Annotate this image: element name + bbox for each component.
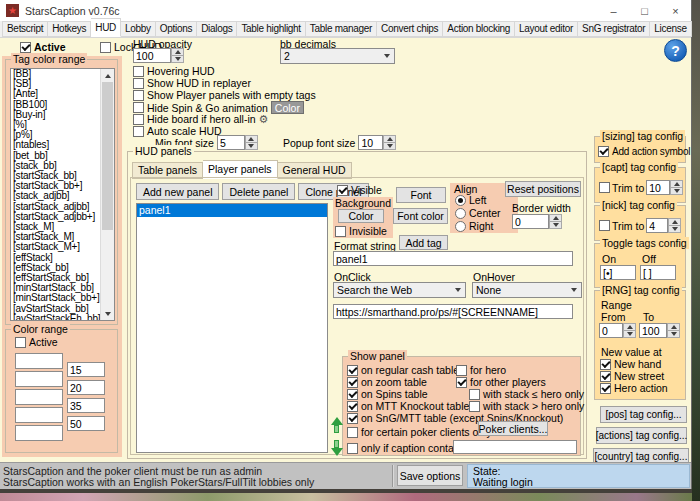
spin-down-button[interactable] (668, 226, 681, 233)
checkbox[interactable] (347, 401, 358, 412)
caption-contains-checkbox[interactable]: only if caption contains (347, 442, 467, 454)
checkbox[interactable] (347, 413, 358, 424)
threshold-input[interactable]: 15 (67, 362, 105, 377)
threshold-input[interactable]: 20 (67, 380, 105, 395)
capt-trim-input[interactable]: 10 (646, 180, 670, 195)
spin-down-button[interactable] (623, 331, 636, 338)
font-button[interactable]: Font (396, 187, 446, 203)
checkbox[interactable] (598, 146, 609, 157)
color-swatch[interactable] (15, 389, 63, 405)
toggle-off-input[interactable]: [ ] (640, 265, 676, 280)
show-hud-replayer-checkbox[interactable]: Show HUD in replayer (133, 77, 251, 89)
checkbox[interactable] (133, 102, 144, 113)
spin-up-button[interactable] (171, 48, 184, 56)
checkbox[interactable] (100, 42, 111, 53)
checkbox[interactable] (347, 427, 358, 438)
color-swatch[interactable] (15, 407, 63, 423)
main-tab[interactable]: Options (156, 21, 197, 37)
save-options-button[interactable]: Save options (397, 465, 463, 486)
rng-from-spinner[interactable] (623, 323, 636, 338)
main-tab[interactable]: Layout editor (515, 21, 578, 37)
reset-positions-button[interactable]: Reset positions (505, 181, 581, 197)
minimize-button[interactable]: – (598, 0, 629, 21)
scroll-up-button[interactable] (101, 69, 114, 82)
spin-up-button[interactable] (670, 180, 683, 188)
main-tab[interactable]: Dialogs (197, 21, 237, 37)
capt-trim-spinner[interactable] (670, 180, 683, 195)
spin-up-button[interactable] (668, 218, 681, 226)
spin-down-button[interactable] (383, 143, 396, 150)
move-panel-up-icon[interactable] (330, 417, 343, 433)
align-center-radio[interactable]: Center (455, 207, 501, 219)
for-hero-checkbox[interactable]: for hero (456, 364, 506, 376)
hud-opacity-spinner[interactable] (171, 48, 184, 63)
gear-icon[interactable]: ⚙ (259, 114, 269, 125)
capt-trim-checkbox[interactable]: Trim to 10 (599, 180, 683, 195)
show-mtt-knockout-checkbox[interactable]: on MTT Knockout table (347, 400, 469, 412)
checkbox[interactable] (600, 371, 611, 382)
checkbox[interactable] (347, 389, 358, 400)
hovering-hud-checkbox[interactable]: Hovering HUD (133, 65, 215, 77)
checkbox[interactable] (600, 383, 611, 394)
help-icon[interactable]: ? (664, 39, 687, 62)
checkbox[interactable] (456, 377, 467, 388)
main-tab[interactable]: Table highlight (237, 21, 305, 37)
poker-clients-button[interactable]: Poker clients... (478, 421, 548, 436)
new-street-checkbox[interactable]: New street (600, 370, 664, 382)
checkbox[interactable] (133, 90, 144, 101)
popup-font-size-spinner[interactable] (383, 135, 396, 150)
radio[interactable] (455, 221, 466, 232)
min-font-size-spinner[interactable] (245, 135, 258, 150)
new-hand-checkbox[interactable]: New hand (600, 358, 661, 370)
checkbox[interactable] (133, 78, 144, 89)
checkbox[interactable] (15, 337, 26, 348)
spin-down-button[interactable] (245, 143, 258, 150)
spin-down-button[interactable] (670, 188, 683, 195)
checkbox[interactable] (133, 126, 144, 137)
background-color-button[interactable]: Color (338, 209, 384, 223)
checkbox[interactable] (347, 443, 358, 454)
font-color-button[interactable]: Font color (393, 208, 448, 224)
show-regular-checkbox[interactable]: on regular cash table (347, 364, 459, 376)
spin-up-button[interactable] (549, 214, 562, 222)
checkbox[interactable] (133, 114, 144, 125)
popup-font-size-input[interactable]: 10 (358, 135, 383, 150)
border-width-spinner[interactable] (549, 214, 562, 229)
hide-board-checkbox[interactable]: Hide board if hero all-in ⚙ (133, 113, 268, 125)
onclick-select[interactable]: Search the Web (333, 282, 466, 298)
format-string-input[interactable]: panel1 (333, 251, 573, 266)
align-left-radio[interactable]: Left (455, 194, 487, 206)
add-action-symbol-checkbox[interactable]: Add action symbol (598, 146, 690, 157)
checkbox[interactable] (337, 185, 348, 196)
certain-clients-checkbox[interactable]: for certain poker clients only (347, 426, 492, 438)
onhover-select[interactable]: None (472, 282, 582, 298)
url-input[interactable]: https://smarthand.pro/ps/#[SCREENNAME] (333, 304, 573, 319)
for-other-players-checkbox[interactable]: for other players (456, 376, 546, 388)
min-font-size-input[interactable]: 5 (217, 135, 245, 150)
threshold-input[interactable]: 50 (67, 416, 105, 431)
bb-decimals-select[interactable]: 2 (280, 48, 395, 64)
active-checkbox[interactable]: Active (20, 41, 66, 53)
maximize-button[interactable]: □ (629, 0, 660, 21)
spin-down-button[interactable] (171, 56, 184, 63)
checkbox[interactable] (347, 377, 358, 388)
pos-tag-config-button[interactable]: [pos] tag config... (600, 406, 687, 423)
scrollbar[interactable] (100, 69, 114, 320)
spin-up-button[interactable] (667, 323, 680, 331)
show-zoom-checkbox[interactable]: on zoom table (347, 376, 427, 388)
nick-trim-checkbox[interactable]: Trim to 4 (599, 218, 681, 233)
add-tag-button[interactable]: Add tag (399, 235, 448, 250)
visible-checkbox[interactable]: Visible (337, 184, 382, 196)
actions-tag-config-button[interactable]: [actions] tag config... (596, 427, 687, 444)
scrollbar-thumb[interactable] (102, 82, 113, 230)
show-empty-tags-checkbox[interactable]: Show Player panels with empty tags (133, 89, 316, 101)
move-panel-down-icon[interactable] (330, 440, 343, 456)
main-tab[interactable]: Table manager (306, 21, 377, 37)
nick-trim-input[interactable]: 4 (646, 218, 668, 233)
radio[interactable] (455, 195, 466, 206)
spin-down-button[interactable] (667, 331, 680, 338)
checkbox[interactable] (456, 365, 467, 376)
checkbox[interactable] (133, 66, 144, 77)
main-tab[interactable]: HUD (91, 18, 121, 37)
stack-le-hero-checkbox[interactable]: with stack ≤ hero only (469, 388, 584, 400)
